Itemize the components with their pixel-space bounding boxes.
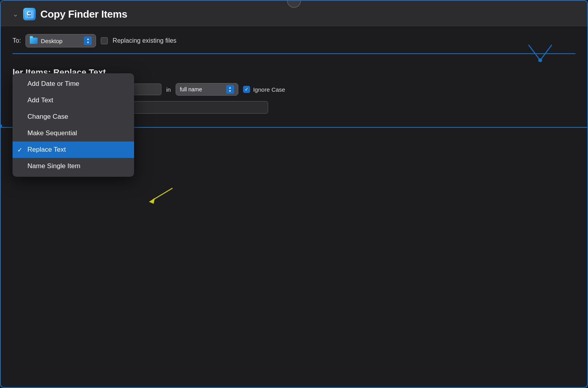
menu-item-replace-text[interactable]: ✓Replace Text [13, 141, 134, 158]
in-label: in [166, 86, 171, 93]
ignore-case-checkbox[interactable]: ✓ [243, 86, 250, 93]
checkmark-icon: ✓ [17, 146, 22, 154]
svg-point-4 [29, 13, 31, 14]
fullname-dropdown[interactable]: full name ▲ ▼ [176, 83, 238, 96]
v-connector [528, 45, 552, 62]
replacing-checkbox[interactable] [101, 37, 108, 44]
menu-item-label: Name Single Item [27, 162, 80, 170]
destination-value: Desktop [41, 38, 81, 44]
folder-icon [30, 38, 38, 44]
menu-item-add-text[interactable]: Add Text [13, 92, 134, 109]
menu-item-label: Replace Text [27, 146, 66, 154]
menu-item-change-case[interactable]: Change Case [13, 109, 134, 125]
to-row: To: Desktop ▲ ▼ Replacing existing files [13, 34, 575, 47]
page-title: Copy Finder Items [40, 8, 127, 20]
ignore-case-area: ✓ Ignore Case [243, 86, 285, 93]
svg-marker-9 [149, 198, 155, 204]
content-area: To: Desktop ▲ ▼ Replacing existing files [1, 26, 587, 62]
svg-line-8 [153, 188, 172, 200]
destination-dropdown[interactable]: Desktop ▲ ▼ [25, 34, 96, 47]
menu-item-name-single-item[interactable]: Name Single Item [13, 158, 134, 174]
fullname-value: full name [180, 86, 223, 92]
svg-point-3 [28, 13, 29, 14]
fullname-stepper[interactable]: ▲ ▼ [226, 85, 234, 94]
menu-item-make-sequential[interactable]: Make Sequential [13, 125, 134, 141]
stepper-arrows[interactable]: ▲ ▼ [84, 36, 92, 45]
arrow-cursor [145, 184, 176, 209]
menu-item-label: Add Text [27, 96, 53, 104]
main-window: ⌄ Copy Finder Items [0, 0, 588, 388]
section-divider [13, 53, 575, 54]
menu-item-add-date-time[interactable]: Add Date or Time [13, 76, 134, 92]
replacing-label: Replacing existing files [113, 37, 176, 44]
blue-line [13, 53, 575, 54]
chevron-icon[interactable]: ⌄ [13, 10, 18, 18]
menu-item-label: Change Case [27, 113, 68, 121]
menu-item-label: Add Date or Time [27, 80, 79, 88]
to-label: To: [13, 37, 21, 44]
ignore-case-label: Ignore Case [253, 86, 285, 93]
dropdown-menu: Add Date or TimeAdd TextChange CaseMake … [13, 73, 134, 177]
finder-icon [23, 8, 36, 20]
menu-item-label: Make Sequential [27, 129, 77, 137]
